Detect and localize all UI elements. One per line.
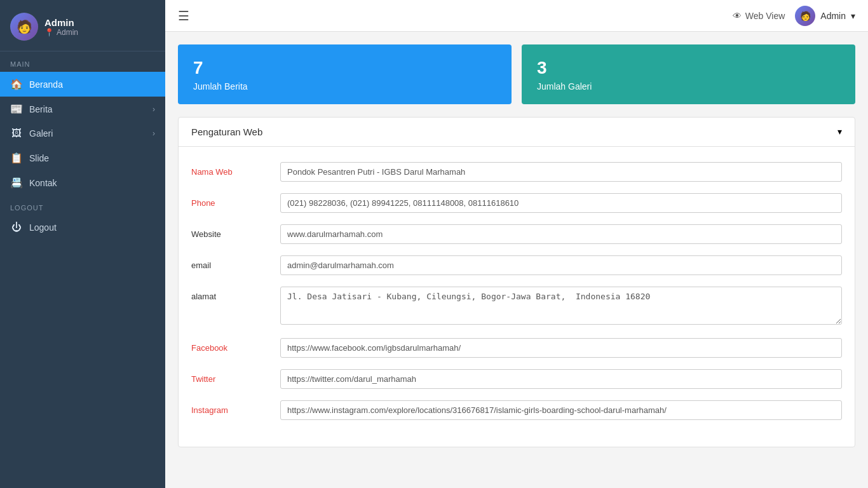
sidebar-item-galeri[interactable]: 🖼 Galeri ›	[0, 121, 165, 146]
sidebar-item-label-berita: Berita	[29, 104, 146, 114]
web-settings-panel: Pengaturan Web ▾ Nama Web Phone	[178, 117, 855, 447]
chevron-down-icon: ▾	[851, 11, 855, 21]
input-phone[interactable]	[280, 193, 842, 213]
stats-row: 7 Jumlah Berita 3 Jumlah Galeri	[178, 44, 855, 104]
sidebar-item-kontak[interactable]: 📇 Kontak	[0, 170, 165, 195]
form-row-website: Website	[191, 224, 842, 244]
input-instagram[interactable]	[280, 400, 842, 420]
gallery-icon: 🖼	[10, 128, 23, 139]
contact-icon: 📇	[10, 177, 23, 189]
sidebar: 🧑 Admin 📍 Admin MAIN 🏠 Beranda 📰 Berita …	[0, 0, 165, 488]
avatar-image: 🧑	[10, 13, 38, 41]
input-nama-web[interactable]	[280, 162, 842, 182]
sidebar-item-label-kontak: Kontak	[29, 178, 155, 188]
sidebar-item-logout[interactable]: ⏻ Logout	[0, 215, 165, 240]
stat-card-berita: 7 Jumlah Berita	[178, 44, 512, 104]
textarea-alamat[interactable]	[280, 287, 842, 325]
webview-label: Web View	[745, 11, 785, 21]
webview-button[interactable]: 👁 Web View	[733, 11, 785, 21]
sidebar-section-main: MAIN 🏠 Beranda 📰 Berita › 🖼 Galeri › 📋 S…	[0, 51, 165, 195]
sidebar-item-label-slide: Slide	[29, 153, 155, 163]
stat-label-berita: Jumlah Berita	[193, 81, 496, 92]
panel-chevron-icon: ▾	[837, 126, 842, 137]
field-nama-web	[280, 162, 842, 182]
label-website: Website	[191, 224, 268, 239]
logout-icon: ⏻	[10, 222, 23, 233]
content-area: 7 Jumlah Berita 3 Jumlah Galeri Pengatur…	[165, 32, 868, 488]
sidebar-item-label-beranda: Beranda	[29, 79, 155, 90]
form-row-instagram: Instagram	[191, 400, 842, 420]
form-row-alamat: alamat	[191, 287, 842, 327]
avatar: 🧑	[10, 13, 38, 41]
input-email[interactable]	[280, 255, 842, 275]
eye-icon: 👁	[733, 11, 742, 21]
form-row-facebook: Facebook	[191, 338, 842, 358]
field-email	[280, 255, 842, 275]
input-twitter[interactable]	[280, 369, 842, 389]
label-phone: Phone	[191, 193, 268, 208]
admin-avatar: 🧑	[795, 6, 815, 26]
form-row-nama-web: Nama Web	[191, 162, 842, 182]
panel-header[interactable]: Pengaturan Web ▾	[179, 118, 855, 147]
form-row-phone: Phone	[191, 193, 842, 213]
label-facebook: Facebook	[191, 338, 268, 353]
field-phone	[280, 193, 842, 213]
sidebar-item-label-galeri: Galeri	[29, 128, 146, 139]
section-label-logout: LOGOUT	[0, 195, 165, 215]
label-nama-web: Nama Web	[191, 162, 268, 177]
topbar-right: 👁 Web View 🧑 Admin ▾	[733, 6, 855, 26]
news-icon: 📰	[10, 103, 23, 115]
profile-info: Admin 📍 Admin	[44, 17, 78, 37]
stat-label-galeri: Jumlah Galeri	[537, 81, 840, 92]
form-row-twitter: Twitter	[191, 369, 842, 389]
profile-role: 📍 Admin	[44, 28, 78, 37]
panel-body: Nama Web Phone Website	[179, 147, 855, 447]
sidebar-item-beranda[interactable]: 🏠 Beranda	[0, 72, 165, 97]
section-label-main: MAIN	[0, 51, 165, 72]
chevron-right-icon: ›	[153, 105, 155, 114]
admin-menu-button[interactable]: 🧑 Admin ▾	[795, 6, 855, 26]
field-facebook	[280, 338, 842, 358]
panel-title: Pengaturan Web	[191, 126, 262, 137]
topbar-left: ☰	[178, 8, 189, 24]
menu-toggle-button[interactable]: ☰	[178, 8, 189, 24]
home-icon: 🏠	[10, 78, 23, 90]
slide-icon: 📋	[10, 152, 23, 164]
field-website	[280, 224, 842, 244]
stat-card-galeri: 3 Jumlah Galeri	[522, 44, 855, 104]
main-area: ☰ 👁 Web View 🧑 Admin ▾ 7 Jumlah Berita 3	[165, 0, 868, 488]
input-facebook[interactable]	[280, 338, 842, 358]
sidebar-section-logout: LOGOUT ⏻ Logout	[0, 195, 165, 240]
profile-name: Admin	[44, 17, 78, 28]
label-instagram: Instagram	[191, 400, 268, 415]
sidebar-item-berita[interactable]: 📰 Berita ›	[0, 97, 165, 121]
stat-number-berita: 7	[193, 57, 496, 79]
label-email: email	[191, 255, 268, 270]
sidebar-profile: 🧑 Admin 📍 Admin	[0, 0, 165, 51]
field-instagram	[280, 400, 842, 420]
field-alamat	[280, 287, 842, 327]
form-row-email: email	[191, 255, 842, 275]
field-twitter	[280, 369, 842, 389]
sidebar-item-slide[interactable]: 📋 Slide	[0, 146, 165, 170]
topbar: ☰ 👁 Web View 🧑 Admin ▾	[165, 0, 868, 32]
label-alamat: alamat	[191, 287, 268, 301]
admin-label: Admin	[820, 11, 846, 21]
location-icon: 📍	[44, 28, 54, 37]
label-twitter: Twitter	[191, 369, 268, 384]
chevron-right-icon-2: ›	[153, 129, 155, 138]
sidebar-item-label-logout: Logout	[29, 222, 155, 233]
input-website[interactable]	[280, 224, 842, 244]
stat-number-galeri: 3	[537, 57, 840, 79]
